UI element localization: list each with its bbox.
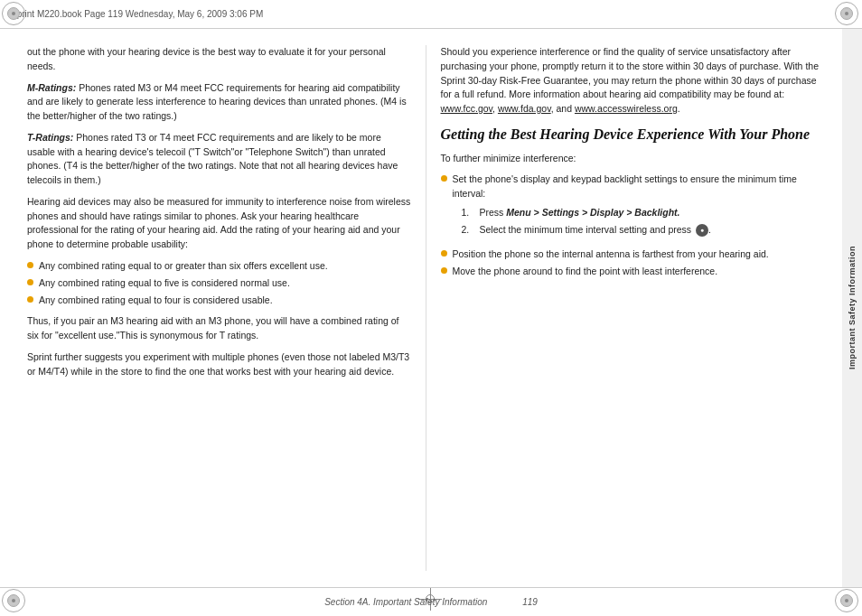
- step-list: 1. Press Menu > Settings > Display > Bac…: [462, 206, 825, 237]
- bullet-dot-3: [27, 296, 33, 303]
- left-column: out the phone with your hearing device i…: [9, 29, 426, 587]
- section-heading: Getting the Best Hearing Device Experien…: [441, 126, 825, 145]
- right-bullet-3: Move the phone around to find the point …: [441, 265, 825, 278]
- m-ratings-label: M-Ratings:: [27, 82, 76, 93]
- page-container: Sprint M220.book Page 119 Wednesday, May…: [0, 0, 862, 616]
- right-bullet-dot-1: [441, 175, 447, 182]
- link-accesswireless: www.accesswireless.org: [575, 103, 678, 114]
- right-sidebar: Important Safety Information: [842, 29, 862, 587]
- right-bullets: Set the phone's display and keypad backl…: [441, 173, 825, 278]
- hearing-aid-para: Hearing aid devices may also be measured…: [27, 195, 411, 252]
- further-minimize-text: To further minimize interference:: [441, 152, 825, 166]
- m-ratings-text: Phones rated M3 or M4 meet FCC requireme…: [27, 82, 407, 122]
- content-area: out the phone with your hearing device i…: [9, 29, 839, 587]
- t-ratings-text: Phones rated T3 or T4 meet FCC requireme…: [27, 132, 398, 185]
- right-intro-para: Should you experience interference or fi…: [441, 45, 825, 117]
- intro-text: out the phone with your hearing device i…: [27, 45, 411, 74]
- right-column: Should you experience interference or fi…: [426, 29, 839, 587]
- m-ratings-para: M-Ratings: Phones rated M3 or M4 meet FC…: [27, 81, 411, 124]
- right-bullet-1: Set the phone's display and keypad backl…: [441, 173, 825, 244]
- bullet-dot-2: [27, 279, 33, 285]
- t-ratings-para: T-Ratings: Phones rated T3 or T4 meet FC…: [27, 131, 411, 188]
- usability-bullets: Any combined rating equal to or greater …: [27, 259, 411, 308]
- link-fcc: www.fcc.gov: [441, 103, 493, 114]
- step-1: 1. Press Menu > Settings > Display > Bac…: [462, 206, 825, 219]
- step-2: 2. Select the minimum time interval sett…: [462, 223, 825, 237]
- footer-bar: Section 4A. Important Safety Information…: [0, 587, 862, 616]
- bullet-dot-1: [27, 262, 33, 268]
- menu-button-icon: ●: [696, 224, 708, 237]
- link-fda: www.fda.gov: [498, 103, 551, 114]
- corner-mark-tl: [2, 2, 27, 27]
- right-bullet-2: Position the phone so the internal anten…: [441, 247, 825, 261]
- footer-section-label: Section 4A. Important Safety Information…: [324, 597, 538, 607]
- t-ratings-label: T-Ratings:: [27, 132, 73, 143]
- thus-para: Thus, if you pair an M3 hearing aid with…: [27, 314, 411, 343]
- header-text: Sprint M220.book Page 119 Wednesday, May…: [11, 9, 263, 19]
- sidebar-label: Important Safety Information: [848, 246, 857, 369]
- bullet-item-3: Any combined rating equal to four is con…: [27, 294, 411, 307]
- bullet-item-2: Any combined rating equal to five is con…: [27, 276, 411, 290]
- right-bullet-dot-3: [441, 267, 447, 274]
- sprint-para: Sprint further suggests you experiment w…: [27, 350, 411, 379]
- corner-mark-tr: [835, 2, 860, 27]
- right-bullet-dot-2: [441, 250, 447, 257]
- header-bar: Sprint M220.book Page 119 Wednesday, May…: [0, 0, 862, 29]
- bullet-item-1: Any combined rating equal to or greater …: [27, 259, 411, 273]
